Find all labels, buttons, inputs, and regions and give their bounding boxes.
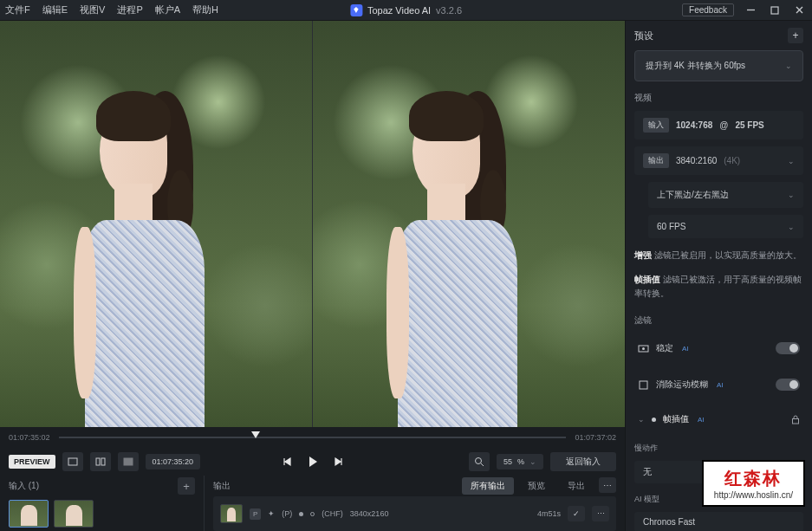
chevron-down-icon: ⌄ bbox=[788, 157, 795, 165]
input-resolution-row: 输入 1024:768 @ 25 FPS bbox=[634, 111, 803, 139]
preset-selector[interactable]: 提升到 4K 并转换为 60fps ⌄ bbox=[634, 50, 803, 81]
tab-export[interactable]: 导出 bbox=[559, 477, 594, 495]
prev-frame-button[interactable] bbox=[282, 457, 292, 467]
ai-model-value: Chronos Fast bbox=[643, 517, 695, 527]
menu-bar: 文件F 编辑E 视图V 进程P 帐户A 帮助H bbox=[5, 3, 218, 16]
preview-after bbox=[312, 21, 625, 427]
output-codec: (CHF) bbox=[322, 509, 343, 518]
play-button[interactable] bbox=[308, 456, 318, 468]
output-duration: 4m51s bbox=[537, 509, 561, 518]
preview-before bbox=[0, 21, 312, 427]
minimize-button[interactable] bbox=[743, 3, 758, 18]
preset-heading: 预设 bbox=[634, 29, 653, 42]
tab-preview[interactable]: 预览 bbox=[519, 477, 554, 495]
input-fps: 25 FPS bbox=[735, 120, 763, 130]
feedback-button[interactable]: Feedback bbox=[682, 3, 734, 16]
deblur-row: 消除运动模糊AI bbox=[634, 370, 803, 399]
svg-point-10 bbox=[642, 347, 645, 350]
watermark-url: http://www.hoslin.cn/ bbox=[714, 490, 793, 500]
app-logo-icon bbox=[350, 4, 362, 16]
output-resolution-selector[interactable]: 输出 3840:2160 (4K) ⌄ bbox=[634, 146, 803, 175]
menu-process[interactable]: 进程P bbox=[117, 3, 142, 16]
interp-label: 帧插值 bbox=[663, 413, 689, 425]
input-panel-title: 输入 (1) bbox=[9, 480, 39, 492]
add-preset-button[interactable]: + bbox=[788, 28, 803, 43]
timecode-current[interactable]: 01:07:35:20 bbox=[146, 454, 201, 469]
ai-model-selector[interactable]: Chronos Fast bbox=[634, 512, 803, 531]
layout-single-icon[interactable] bbox=[62, 452, 83, 471]
deblur-icon bbox=[638, 379, 649, 391]
stabilize-row: 稳定AI bbox=[634, 333, 803, 363]
layout-sidebyside-icon[interactable] bbox=[118, 452, 139, 471]
back-to-input-button[interactable]: 返回输入 bbox=[550, 452, 616, 471]
zoom-unit: % bbox=[517, 457, 524, 466]
timeline-track[interactable] bbox=[59, 437, 567, 438]
menu-account[interactable]: 帐户A bbox=[155, 3, 180, 16]
zoom-value: 55 bbox=[503, 457, 512, 466]
input-res: 1024:768 bbox=[676, 120, 712, 130]
svg-line-8 bbox=[481, 463, 484, 466]
output-menu-icon[interactable]: ⋯ bbox=[592, 506, 609, 521]
status-dot-icon bbox=[310, 512, 315, 516]
output-res: 3840:2160 bbox=[676, 156, 717, 165]
output-more-icon[interactable]: ⋯ bbox=[599, 477, 616, 493]
filters-heading: 滤镜 bbox=[634, 314, 803, 327]
zoom-level[interactable]: 55 % ⌄ bbox=[497, 454, 543, 469]
chevron-down-icon: ⌄ bbox=[788, 223, 795, 231]
menu-help[interactable]: 帮助H bbox=[192, 3, 218, 16]
chevron-down-icon: ⌄ bbox=[785, 62, 792, 70]
input-panel: 输入 (1) + bbox=[0, 476, 205, 531]
svg-rect-12 bbox=[793, 418, 799, 424]
output-action-icon[interactable]: ✓ bbox=[568, 506, 585, 521]
deblur-label: 消除运动模糊 bbox=[656, 379, 708, 391]
output-badge: 输出 bbox=[643, 153, 669, 168]
svg-rect-11 bbox=[640, 381, 647, 389]
svg-rect-6 bbox=[128, 458, 133, 465]
lock-icon bbox=[791, 415, 800, 424]
input-badge: 输入 bbox=[643, 118, 669, 133]
svg-rect-1 bbox=[771, 7, 778, 14]
svg-rect-2 bbox=[68, 458, 77, 465]
stabilize-toggle[interactable] bbox=[776, 342, 800, 354]
input-thumbnail[interactable] bbox=[9, 500, 49, 528]
output-res-hint: (4K) bbox=[724, 156, 740, 165]
video-heading: 视频 bbox=[634, 92, 803, 104]
add-input-button[interactable]: + bbox=[178, 477, 195, 495]
app-title: Topaz Video AI v3.2.6 bbox=[350, 4, 462, 16]
menu-view[interactable]: 视图V bbox=[80, 3, 105, 16]
interp-section-header[interactable]: ⌄ 帧插值AI bbox=[634, 406, 803, 432]
layout-split-icon[interactable] bbox=[90, 452, 111, 471]
timeline[interactable]: 01:07:35:02 01:07:37:02 bbox=[0, 427, 625, 448]
active-dot-icon bbox=[652, 418, 656, 422]
timecode-end: 01:07:37:02 bbox=[575, 433, 616, 442]
tab-all-outputs[interactable]: 所有输出 bbox=[462, 477, 514, 495]
output-p-label: (P) bbox=[282, 509, 292, 518]
input-thumbnail[interactable] bbox=[54, 500, 94, 528]
enhance-description: 增强 滤镜已被启用，以实现高质量的放大。 bbox=[634, 249, 803, 262]
svg-rect-3 bbox=[96, 458, 100, 465]
app-version: v3.2.6 bbox=[436, 5, 462, 16]
slowmo-heading: 慢动作 bbox=[634, 443, 803, 454]
svg-point-7 bbox=[475, 458, 481, 464]
chevron-down-icon: ⌄ bbox=[638, 415, 645, 424]
maximize-button[interactable] bbox=[767, 3, 783, 18]
output-badge-p: P bbox=[250, 508, 261, 520]
output-sparkle-icon: ✦ bbox=[268, 509, 275, 518]
crop-mode-selector[interactable]: 上下黑边/左右黑边 ⌄ bbox=[648, 182, 803, 208]
deblur-toggle[interactable] bbox=[776, 379, 800, 391]
menu-file[interactable]: 文件F bbox=[5, 3, 30, 16]
preview-button[interactable]: PREVIEW bbox=[9, 455, 55, 469]
preview-compare[interactable] bbox=[0, 21, 625, 427]
playhead-icon[interactable] bbox=[251, 431, 260, 438]
viewer-area: 01:07:35:02 01:07:37:02 PREVIEW 01:07:35… bbox=[0, 21, 625, 531]
close-button[interactable] bbox=[791, 3, 807, 18]
output-fps-selector[interactable]: 60 FPS ⌄ bbox=[648, 215, 803, 238]
settings-panel: 预设 + 提升到 4K 并转换为 60fps ⌄ 视频 输入 1024:768 … bbox=[625, 21, 812, 531]
timecode-start: 01:07:35:02 bbox=[9, 433, 50, 442]
next-frame-button[interactable] bbox=[334, 457, 344, 467]
output-panel-title: 输出 bbox=[213, 480, 231, 492]
output-item[interactable]: P ✦ (P) (CHF) 3840x2160 4m51s ✓ ⋯ bbox=[213, 496, 616, 531]
menu-edit[interactable]: 编辑E bbox=[42, 3, 68, 16]
stabilize-icon bbox=[638, 343, 649, 354]
zoom-tool-icon[interactable] bbox=[469, 452, 490, 471]
